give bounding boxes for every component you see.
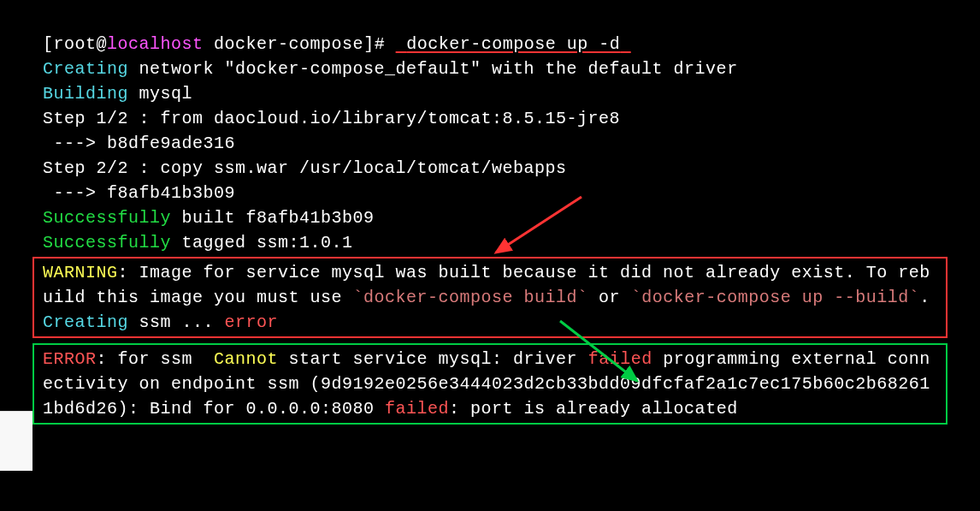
editor-sidebar-sliver bbox=[0, 411, 32, 471]
line-step-2: Step 2/2 : copy ssm.war /usr/local/tomca… bbox=[43, 158, 567, 178]
error-message: ERROR: for ssm Cannot start service mysq… bbox=[43, 347, 937, 421]
creating-ssm-error: Creating ssm ... error bbox=[43, 310, 937, 335]
line-success-built: Successfully built f8afb41b3b09 bbox=[43, 208, 375, 228]
warning-box: WARNING: Image for service mysql was bui… bbox=[32, 257, 948, 338]
line-success-tagged: Successfully tagged ssm:1.0.1 bbox=[43, 233, 353, 253]
prompt-line: [root@localhost docker-compose]# docker-… bbox=[43, 34, 631, 54]
line-creating-network: Creating network "docker-compose_default… bbox=[43, 59, 738, 79]
terminal-output: [root@localhost docker-compose]# docker-… bbox=[0, 7, 980, 255]
line-building: Building mysql bbox=[43, 84, 192, 104]
line-step-1: Step 1/2 : from daocloud.io/library/tomc… bbox=[43, 109, 620, 128]
line-layer-2: ---> f8afb41b3b09 bbox=[43, 183, 235, 203]
error-box: ERROR: for ssm Cannot start service mysq… bbox=[32, 343, 948, 425]
line-layer-1: ---> b8dfe9ade316 bbox=[43, 134, 235, 153]
warning-message: WARNING: Image for service mysql was bui… bbox=[43, 260, 937, 310]
